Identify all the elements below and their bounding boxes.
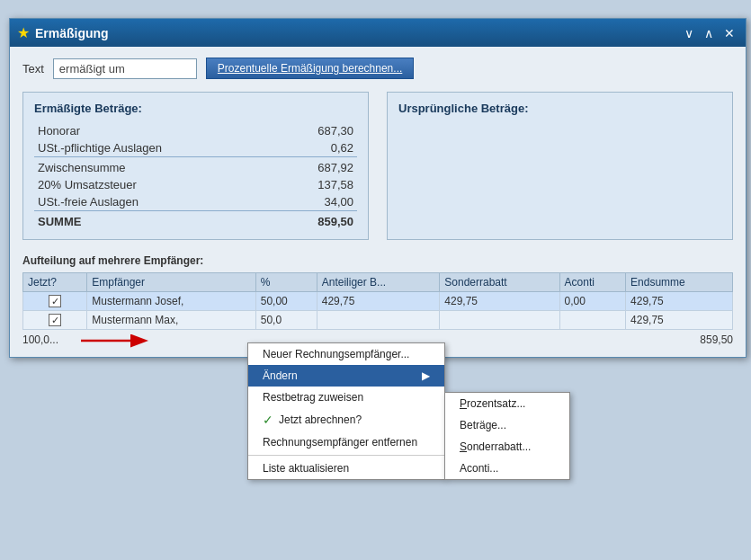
close-button[interactable]: ✕ xyxy=(720,26,738,40)
table-row[interactable]: ✓ Mustermann Max, 50,0 429,75 xyxy=(23,311,733,330)
menu-item-label: Liste aktualisieren xyxy=(263,462,349,475)
ustfrei-label: USt.-freie Auslagen xyxy=(34,193,263,211)
amounts-section: Ermäßigte Beträge: Honorar 687,30 USt.-p… xyxy=(22,92,733,240)
ust-auslagen-value: 0,62 xyxy=(263,139,357,157)
percent-value: 50,00 xyxy=(255,292,317,311)
menu-item-remove[interactable]: Rechnungsempfänger entfernen xyxy=(248,431,444,453)
empfanger-name: Mustermann Josef, xyxy=(87,292,255,311)
recipients-heading: Aufteilung auf mehrere Empfänger: xyxy=(22,254,733,267)
honorar-value: 687,30 xyxy=(263,122,357,139)
checkbox-cell[interactable]: ✓ xyxy=(23,311,87,330)
col-endsumme: Endsumme xyxy=(626,273,733,292)
top-row: Text Prozentuelle Ermäßigung berechnen..… xyxy=(22,58,733,79)
recipients-section: Aufteilung auf mehrere Empfänger: Jetzt?… xyxy=(22,254,733,346)
col-percent: % xyxy=(255,273,317,292)
table-row: USt.-pflichtige Auslagen 0,62 xyxy=(34,139,357,157)
submenu-item-label: Aconti... xyxy=(460,462,498,475)
total-percent: 100,0... xyxy=(22,333,58,346)
reduced-amounts-heading: Ermäßigte Beträge: xyxy=(34,102,357,115)
menu-item-label: Rechnungsempfänger entfernen xyxy=(263,436,417,449)
submenu-item-label: onderrabatt... xyxy=(467,440,531,453)
sonderrabatt-value: 429,75 xyxy=(440,292,559,311)
percent-value: 50,0 xyxy=(255,311,317,330)
table-row: USt.-freie Auslagen 34,00 xyxy=(34,193,357,211)
sonderrabatt-value xyxy=(440,311,559,330)
empfanger-name: Mustermann Max, xyxy=(87,311,255,330)
reduced-amounts-box: Ermäßigte Beträge: Honorar 687,30 USt.-p… xyxy=(22,92,369,240)
col-jetzt: Jetzt? xyxy=(23,273,87,292)
main-window: ★ Ermäßigung ∨ ∧ ✕ Text Prozentuelle Erm… xyxy=(9,18,747,358)
ustfrei-value: 34,00 xyxy=(263,193,357,211)
submenu-item-sonderrabatt[interactable]: Sonderrabatt... xyxy=(445,436,569,458)
star-icon: ★ xyxy=(17,24,30,41)
summe-value: 859,50 xyxy=(263,211,357,231)
endsumme-value: 429,75 xyxy=(626,292,733,311)
zwischensumme-label: Zwischensumme xyxy=(34,157,263,177)
anteilig-value xyxy=(317,311,440,330)
submenu-item-label: rozentsatz... xyxy=(467,397,525,410)
col-anteilig: Anteiliger B... xyxy=(317,273,440,292)
table-row[interactable]: ✓ Mustermann Josef, 50,00 429,75 429,75 … xyxy=(23,292,733,311)
context-menu: Neuer Rechnungsempfänger... Ändern ▶ Pro… xyxy=(247,342,445,480)
checkbox[interactable]: ✓ xyxy=(49,295,61,307)
checkbox-cell[interactable]: ✓ xyxy=(23,292,87,311)
table-header-row: Jetzt? Empfänger % Anteiliger B... Sonde… xyxy=(23,273,733,292)
original-amounts-box: Ursprüngliche Beträge: xyxy=(387,92,733,240)
col-empfanger: Empfänger xyxy=(87,273,255,292)
anteilig-value: 429,75 xyxy=(317,292,440,311)
menu-item-label: Jetzt abrechnen? xyxy=(279,413,362,426)
submenu-item-label: P xyxy=(460,397,467,410)
text-label: Text xyxy=(22,62,44,76)
summe-label: SUMME xyxy=(34,211,263,231)
ust-auslagen-label: USt.-pflichtige Auslagen xyxy=(34,139,263,157)
aconti-value xyxy=(559,311,626,330)
main-content: Text Prozentuelle Ermäßigung berechnen..… xyxy=(10,47,746,357)
submenu-item-label: Beträge... xyxy=(460,419,506,431)
menu-item-restbetrag[interactable]: Restbetrag zuweisen xyxy=(248,387,444,408)
minimize-button[interactable]: ∨ xyxy=(681,26,697,40)
menu-item-jetzt[interactable]: ✓ Jetzt abrechnen? xyxy=(248,408,444,431)
zwischensumme-value: 687,92 xyxy=(263,157,357,177)
menu-item-new[interactable]: Neuer Rechnungsempfänger... xyxy=(248,343,444,365)
original-amounts-heading: Ursprüngliche Beträge: xyxy=(398,102,721,115)
submenu: Prozentsatz... Beträge... Sonderrabatt..… xyxy=(444,392,570,480)
table-row: Honorar 687,30 xyxy=(34,122,357,139)
table-row: 20% Umsatzsteuer 137,58 xyxy=(34,176,357,193)
menu-item-label: Neuer Rechnungsempfänger... xyxy=(263,348,409,360)
window-controls: ∨ ∧ ✕ xyxy=(681,26,738,40)
umsatz-label: 20% Umsatzsteuer xyxy=(34,176,263,193)
col-aconti: Aconti xyxy=(559,273,626,292)
reduced-amounts-table: Honorar 687,30 USt.-pflichtige Auslagen … xyxy=(34,122,357,230)
calc-button[interactable]: Prozentuelle Ermäßigung berechnen... xyxy=(206,58,414,79)
honorar-label: Honorar xyxy=(34,122,263,139)
col-sonderrabatt: Sonderrabatt xyxy=(440,273,559,292)
umsatz-value: 137,58 xyxy=(263,176,357,193)
menu-separator xyxy=(248,455,444,456)
menu-item-update[interactable]: Liste aktualisieren xyxy=(248,458,444,479)
window-title: Ermäßigung xyxy=(35,26,675,40)
submenu-arrow-icon: ▶ xyxy=(422,369,430,382)
submenu-item-label: S xyxy=(460,440,467,453)
recipients-table: Jetzt? Empfänger % Anteiliger B... Sonde… xyxy=(22,272,733,330)
menu-item-label: Ändern xyxy=(263,369,298,382)
checkmark-icon: ✓ xyxy=(263,413,273,427)
table-row: SUMME 859,50 xyxy=(34,211,357,231)
footer-values: 859,50 xyxy=(700,333,733,346)
checkbox[interactable]: ✓ xyxy=(49,314,61,326)
submenu-item-prozentsatz[interactable]: Prozentsatz... xyxy=(445,393,569,414)
footer-endsumme: 859,50 xyxy=(700,333,733,346)
aconti-value: 0,00 xyxy=(559,292,626,311)
title-bar: ★ Ermäßigung ∨ ∧ ✕ xyxy=(10,19,746,47)
restore-button[interactable]: ∧ xyxy=(701,26,717,40)
menu-item-label: Restbetrag zuweisen xyxy=(263,391,363,404)
submenu-item-aconti[interactable]: Aconti... xyxy=(445,458,569,479)
endsumme-value: 429,75 xyxy=(626,311,733,330)
submenu-item-betrage[interactable]: Beträge... xyxy=(445,414,569,436)
menu-item-andern[interactable]: Ändern ▶ Prozentsatz... Beträge... xyxy=(248,365,444,387)
table-row: Zwischensumme 687,92 xyxy=(34,157,357,177)
text-input[interactable] xyxy=(53,58,197,79)
